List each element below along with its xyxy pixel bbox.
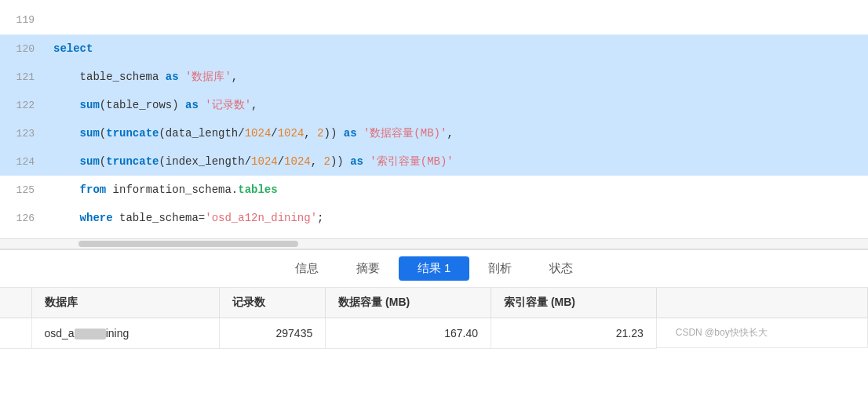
token-plain: ( [100, 155, 106, 168]
col-header-db: 数据库 [31, 288, 219, 318]
scrollbar-thumb[interactable] [78, 241, 298, 247]
watermark-text: CSDN @boy快快长大 [669, 326, 768, 339]
col-header-index-size: 索引容量 (MB) [491, 288, 657, 318]
token-plain: , [304, 127, 317, 140]
line-content: from information_schema.tables [47, 176, 868, 204]
token-plain [199, 99, 205, 111]
token-str: 'osd_a12n_dining' [205, 212, 317, 224]
token-num: 1024 [278, 127, 305, 140]
code-area: 119120select121 table_schema as '数据库',12… [0, 0, 868, 238]
token-plain [53, 183, 80, 196]
token-plain: )) [330, 155, 350, 168]
cell-watermark: CSDN @boy快快长大 [657, 318, 868, 348]
token-num: 2 [317, 127, 323, 140]
token-plain: ; [317, 212, 323, 224]
code-line-121: 121 table_schema as '数据库', [0, 63, 868, 91]
line-number: 120 [0, 35, 47, 64]
token-str: '数据库' [185, 71, 232, 83]
cell-db: osd_aining [31, 318, 219, 349]
token-plain: (data_length/ [159, 127, 244, 140]
line-number: 123 [0, 120, 47, 148]
col-header-records: 记录数 [219, 288, 326, 318]
tab-剖析[interactable]: 剖析 [469, 256, 531, 281]
token-tbl: tables [238, 183, 277, 196]
token-kw: as [166, 71, 179, 83]
line-content: table_schema as '数据库', [47, 63, 868, 91]
line-content: where table_schema='osd_a12n_dining'; [47, 204, 868, 232]
col-header-extra [656, 288, 867, 318]
line-number: 122 [0, 92, 47, 120]
token-plain: table_schema [53, 71, 166, 83]
code-line-122: 122 sum(table_rows) as '记录数', [0, 91, 868, 119]
token-plain: (table_rows) [100, 99, 185, 111]
code-line-119: 119 [0, 6, 868, 34]
token-fn: truncate [106, 155, 159, 168]
token-kw: select [53, 42, 93, 55]
token-str: '记录数' [205, 99, 251, 111]
result-table: 数据库 记录数 数据容量 (MB) 索引容量 (MB) osd_aining29… [0, 288, 868, 349]
line-number: 121 [0, 64, 47, 92]
token-plain: information_schema. [106, 183, 238, 196]
token-num: 1024 [284, 155, 311, 168]
token-plain: / [278, 155, 284, 168]
token-fn: truncate [106, 127, 159, 140]
token-kw: where [80, 212, 113, 224]
line-number: 124 [0, 148, 47, 176]
token-plain [179, 71, 185, 83]
code-line-120: 120select [0, 34, 868, 63]
token-kw: as [185, 99, 199, 111]
token-plain: )) [324, 127, 344, 140]
token-str: '数据容量(MB)' [363, 127, 447, 140]
col-header-index [0, 288, 31, 318]
scrollbar-area[interactable] [0, 238, 868, 249]
token-str: '索引容量(MB)' [370, 155, 453, 168]
token-plain: , [447, 127, 453, 140]
token-plain: table_schema= [113, 212, 206, 224]
table-body: osd_aining297435167.4021.23CSDN @boy快快长大 [0, 318, 868, 349]
tab-结果-1[interactable]: 结果 1 [399, 256, 470, 281]
token-plain: / [271, 127, 277, 140]
code-line-123: 123 sum(truncate(data_length/1024/1024, … [0, 119, 868, 147]
token-plain: , [232, 71, 238, 83]
token-num: 1024 [251, 155, 278, 168]
token-plain [53, 155, 80, 168]
tab-状态[interactable]: 状态 [531, 256, 592, 281]
line-number: 126 [0, 205, 47, 233]
token-plain: , [251, 99, 257, 111]
result-section: 数据库 记录数 数据容量 (MB) 索引容量 (MB) osd_aining29… [0, 288, 868, 349]
token-plain: (index_length/ [159, 155, 251, 168]
token-fn: sum [80, 155, 100, 168]
token-plain [53, 99, 80, 111]
table-header: 数据库 记录数 数据容量 (MB) 索引容量 (MB) [0, 288, 868, 318]
line-content: select [47, 34, 868, 63]
token-plain [53, 212, 80, 224]
token-plain: ( [100, 127, 106, 140]
token-plain [53, 127, 80, 140]
token-plain [357, 127, 363, 140]
line-number: 125 [0, 176, 47, 205]
row-index [0, 318, 31, 349]
token-kw: as [344, 127, 357, 140]
token-kw: from [80, 183, 107, 196]
cell-data-size: 167.40 [326, 318, 491, 349]
line-content: sum(truncate(index_length/1024/1024, 2))… [47, 147, 868, 176]
token-plain: , [311, 155, 324, 168]
editor-section: 119120select121 table_schema as '数据库',12… [0, 0, 868, 250]
token-kw: as [350, 155, 363, 168]
line-content: sum(table_rows) as '记录数', [47, 91, 868, 119]
tab-摘要[interactable]: 摘要 [337, 256, 399, 281]
token-fn: sum [80, 99, 100, 111]
line-number: 119 [0, 6, 47, 34]
token-fn: sum [80, 127, 100, 140]
tabs-bar: 信息摘要结果 1剖析状态 [0, 250, 868, 288]
token-num: 2 [324, 155, 330, 168]
code-line-126: 126 where table_schema='osd_a12n_dining'… [0, 204, 868, 232]
line-content: sum(truncate(data_length/1024/1024, 2)) … [47, 119, 868, 147]
tab-信息[interactable]: 信息 [276, 256, 337, 281]
cell-index-size: 21.23 [491, 318, 657, 349]
code-line-124: 124 sum(truncate(index_length/1024/1024,… [0, 147, 868, 176]
cell-records: 297435 [219, 318, 326, 349]
col-header-data-size: 数据容量 (MB) [326, 288, 491, 318]
token-num: 1024 [245, 127, 272, 140]
code-line-125: 125 from information_schema.tables [0, 176, 868, 204]
